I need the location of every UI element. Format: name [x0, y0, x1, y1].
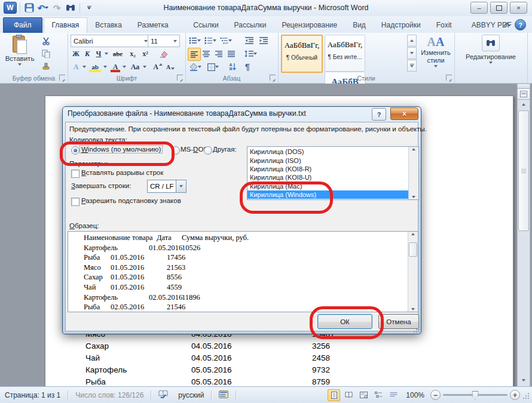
- show-marks-icon[interactable]: ¶: [241, 61, 253, 73]
- strikethrough-icon[interactable]: abc: [110, 48, 126, 60]
- increase-indent-icon[interactable]: [257, 35, 270, 47]
- scrollbar-thumb[interactable]: [409, 242, 417, 257]
- dialog-resize-grip[interactable]: [412, 325, 420, 333]
- ruler-toggle-icon[interactable]: [518, 89, 530, 100]
- zoom-slider-thumb[interactable]: [472, 391, 479, 400]
- font-color-dropdown-icon[interactable]: [121, 61, 127, 73]
- scroll-up-icon[interactable]: [409, 148, 418, 150]
- view-draft-icon[interactable]: [387, 389, 400, 401]
- ribbon-tab[interactable]: Вставка: [87, 18, 130, 33]
- highlight-dropdown-icon[interactable]: [102, 61, 108, 73]
- radio-other-label[interactable]: Другая:: [213, 146, 237, 153]
- copy-icon[interactable]: [39, 48, 53, 60]
- radio-other[interactable]: [204, 146, 212, 155]
- align-center-icon[interactable]: [200, 48, 212, 60]
- dialog-help-icon[interactable]: ?: [372, 108, 386, 121]
- align-right-icon[interactable]: [213, 48, 225, 60]
- bold-icon[interactable]: Ж: [71, 48, 81, 60]
- ribbon-tab[interactable]: Рецензирование: [274, 18, 345, 33]
- checkbox-line-breaks-label[interactable]: Вставлять разрывы строк: [81, 169, 163, 176]
- change-styles-button[interactable]: АА Изменить стили: [419, 35, 452, 67]
- font-size-combo[interactable]: 11: [148, 35, 180, 47]
- customize-qat-icon[interactable]: [83, 2, 95, 14]
- sample-scrollbar[interactable]: [408, 232, 418, 312]
- window-resize-grip[interactable]: [522, 391, 530, 399]
- bullets-icon[interactable]: [188, 35, 202, 47]
- style-card[interactable]: АаБбВвГг, ¶ Без инте...: [325, 35, 365, 72]
- word-count[interactable]: Число слов: 126/126: [71, 391, 148, 399]
- ribbon-tab[interactable]: Файл: [3, 17, 42, 33]
- scroll-down-icon[interactable]: [408, 308, 418, 310]
- split-handle[interactable]: [518, 84, 530, 89]
- dialog-close-icon[interactable]: ×: [390, 107, 418, 120]
- macro-record-icon[interactable]: [214, 390, 233, 400]
- text-effects-icon[interactable]: А: [71, 61, 81, 73]
- change-case-icon[interactable]: Аа: [129, 61, 142, 73]
- font-dialog-launcher[interactable]: [177, 75, 183, 81]
- view-web-layout-icon[interactable]: [357, 389, 370, 401]
- ribbon-tab[interactable]: Разметка страницы: [130, 18, 186, 33]
- ribbon-tab[interactable]: Главная: [44, 17, 88, 33]
- shrink-font-icon[interactable]: А: [164, 61, 176, 73]
- borders-icon[interactable]: [205, 61, 221, 73]
- help-icon[interactable]: ?: [515, 19, 526, 30]
- shading-icon[interactable]: [188, 61, 203, 73]
- ribbon-tab[interactable]: Вид: [345, 18, 374, 33]
- justify-icon[interactable]: [225, 48, 237, 60]
- close-button[interactable]: ×: [510, 2, 527, 14]
- grow-font-icon[interactable]: А: [152, 61, 164, 73]
- font-name-combo[interactable]: Calibri: [71, 35, 151, 47]
- zoom-level[interactable]: 100%: [402, 391, 428, 399]
- encoding-list-item[interactable]: Кириллица (KOI8-U): [247, 173, 408, 181]
- underline-icon[interactable]: Ч: [93, 48, 104, 60]
- clipboard-dialog-launcher[interactable]: [59, 75, 65, 81]
- ribbon-tab[interactable]: Надстройки: [374, 18, 429, 33]
- cut-icon[interactable]: [39, 35, 53, 47]
- scrollbar-thumb[interactable]: [518, 110, 529, 231]
- ribbon-tab[interactable]: Рассылки: [227, 18, 274, 33]
- encoding-list-item[interactable]: Кириллица (KOI8-R): [247, 165, 408, 173]
- combo-dropdown-icon[interactable]: [176, 180, 186, 192]
- paragraph-dialog-launcher[interactable]: [270, 75, 276, 81]
- word-logo-icon[interactable]: W: [4, 2, 17, 14]
- zoom-slider[interactable]: [443, 394, 507, 396]
- encoding-list-item[interactable]: Кириллица (DOS): [247, 147, 408, 156]
- underline-dropdown-icon[interactable]: [103, 48, 109, 60]
- styles-more-icon[interactable]: [407, 60, 417, 72]
- vertical-scrollbar[interactable]: [517, 84, 530, 387]
- encoding-list-scrollbar[interactable]: [408, 147, 418, 199]
- subscript-icon[interactable]: x₂: [127, 48, 139, 60]
- language-indicator[interactable]: русский: [173, 391, 209, 399]
- checkbox-substitution[interactable]: [71, 198, 80, 206]
- view-print-layout-icon[interactable]: [328, 389, 340, 401]
- sort-icon[interactable]: АЯ: [226, 61, 239, 73]
- styles-scroll-down-icon[interactable]: [407, 47, 417, 59]
- zoom-in-icon[interactable]: +: [510, 390, 520, 400]
- view-outline-icon[interactable]: [372, 389, 385, 401]
- save-icon[interactable]: [23, 2, 35, 14]
- undo-icon[interactable]: ↶: [37, 2, 49, 14]
- minimize-button[interactable]: –: [470, 2, 488, 14]
- scroll-up-icon[interactable]: [518, 100, 530, 109]
- text-effects-dropdown-icon[interactable]: [81, 61, 87, 73]
- format-painter-icon[interactable]: [39, 60, 53, 72]
- redo-icon[interactable]: ↷: [51, 2, 63, 14]
- maximize-button[interactable]: [490, 2, 507, 14]
- align-left-icon[interactable]: [188, 48, 201, 61]
- checkbox-line-breaks[interactable]: [71, 170, 80, 178]
- italic-icon[interactable]: К: [82, 48, 93, 60]
- checkbox-substitution-label[interactable]: Разрешить подстановку знаков: [81, 197, 181, 204]
- clear-formatting-icon[interactable]: [157, 48, 171, 60]
- scroll-down-icon[interactable]: [518, 376, 530, 385]
- superscript-icon[interactable]: x²: [139, 48, 151, 60]
- scroll-down-icon[interactable]: [409, 196, 418, 198]
- ribbon-tab[interactable]: Ссылки: [185, 18, 226, 33]
- multilevel-list-icon[interactable]: [219, 35, 233, 47]
- line-spacing-icon[interactable]: [243, 48, 258, 60]
- proofing-icon[interactable]: [154, 390, 173, 400]
- page-indicator[interactable]: Страница: 1 из 1: [0, 391, 65, 399]
- font-color-icon[interactable]: А: [109, 61, 121, 73]
- minimize-ribbon-icon[interactable]: [502, 20, 512, 29]
- numbering-icon[interactable]: [203, 35, 218, 47]
- encoding-list-item[interactable]: Кириллица (ISO): [247, 156, 408, 164]
